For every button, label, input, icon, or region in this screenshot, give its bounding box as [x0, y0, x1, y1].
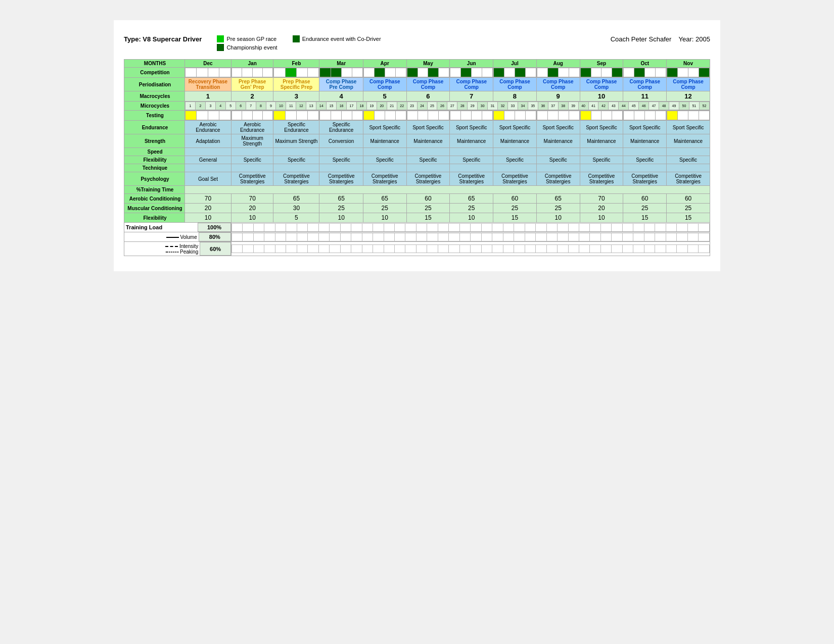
- load-cell-18: [427, 245, 438, 253]
- flex-jan: Specific: [231, 156, 273, 164]
- tech-aug: [536, 164, 580, 172]
- period-jul: Comp Phase Comp: [493, 78, 537, 91]
- load-cell-36: [622, 245, 633, 253]
- micro-cell-52: 52: [699, 102, 709, 110]
- micro-cell-20: 20: [377, 102, 387, 110]
- training-load-label-cell: Training Load 100%: [124, 223, 231, 232]
- flex-apr: Specific: [363, 156, 406, 164]
- speed-oct: [623, 148, 667, 156]
- test-nov: [667, 111, 710, 121]
- strength-oct: Maintenance: [623, 134, 667, 148]
- endurance-mar: Specific Endurance: [319, 121, 363, 134]
- endurance-oct: Sport Specific: [623, 121, 667, 134]
- micro-cell-13: 13: [306, 102, 316, 110]
- load-cell-10: [340, 233, 351, 241]
- load-cell-29: [546, 233, 557, 241]
- muscular-cond-label: Muscular Conditioning: [124, 204, 185, 213]
- flex-sep: Specific: [580, 156, 623, 164]
- load-cell-32: [579, 233, 589, 241]
- tech-jun: [450, 164, 493, 172]
- load-cell-1: [243, 223, 253, 231]
- flex-may: Specific: [406, 156, 450, 164]
- load-cell-37: [633, 223, 644, 231]
- muscular-aug: 25: [536, 204, 580, 213]
- load-cell-34: [600, 233, 611, 241]
- load-80-cells: [231, 232, 710, 242]
- tech-nov: [667, 164, 710, 172]
- load-cell-17: [416, 233, 427, 241]
- load-cell-12: [362, 245, 373, 253]
- load-cell-27: [525, 245, 535, 253]
- month-mar: Mar: [319, 60, 363, 68]
- load-cell-9: [330, 245, 340, 253]
- load-cell-38: [644, 245, 655, 253]
- speed-nov: [667, 148, 710, 156]
- aerobic-dec: 70: [185, 194, 231, 204]
- load-cell-0: [231, 245, 242, 253]
- load-cell-30: [558, 245, 568, 253]
- load-cell-35: [612, 233, 622, 241]
- aerobic-may: 60: [406, 194, 450, 204]
- load-cell-5: [286, 245, 297, 253]
- load-cell-9: [330, 233, 340, 241]
- micro-cell-9: 9: [266, 102, 276, 110]
- comp-may: [406, 68, 450, 78]
- macro-5: 5: [363, 91, 406, 102]
- load-cell-27: [525, 233, 535, 241]
- pct-80-label: 80%: [199, 233, 230, 241]
- micro-cell-36: 36: [538, 102, 548, 110]
- muscular-mar: 25: [319, 204, 363, 213]
- micro-cell-6: 6: [236, 102, 246, 110]
- load-cell-21: [459, 223, 470, 231]
- technique-row: Technique: [124, 164, 710, 172]
- pct-100-label: 100%: [198, 223, 230, 232]
- load-cell-33: [590, 223, 600, 231]
- load-cell-3: [264, 245, 275, 253]
- comp-sep: [580, 68, 623, 78]
- speed-sep: [580, 148, 623, 156]
- tech-jan: [231, 164, 273, 172]
- type-label: Type: V8 Supercar Driver: [124, 35, 202, 43]
- training-load-main-label: Training Load: [124, 223, 198, 232]
- strength-row: Strength Adaptation Maximum Strength Max…: [124, 134, 710, 148]
- micro-cell-24: 24: [417, 102, 427, 110]
- comp-apr: [363, 68, 406, 78]
- micro-cell-37: 37: [548, 102, 558, 110]
- load-cell-40: [666, 233, 676, 241]
- micro-cell-8: 8: [256, 102, 266, 110]
- macro-9: 9: [536, 91, 580, 102]
- month-jun: Jun: [450, 60, 493, 68]
- micro-cell-12: 12: [296, 102, 306, 110]
- flexpct-jan: 10: [231, 213, 273, 223]
- load-cell-24: [492, 233, 503, 241]
- load-cell-0: [231, 223, 242, 231]
- load-cell-24: [492, 223, 503, 231]
- endurance-dec: Aerobic Endurance: [185, 121, 231, 134]
- psych-aug: Competitive Stratergies: [536, 172, 580, 186]
- pct-60-label: 60%: [200, 242, 231, 256]
- load-cell-29: [546, 245, 557, 253]
- load-cell-5: [286, 223, 297, 231]
- legend-section: Pre season GP race Championship event: [217, 35, 277, 51]
- flex-dec: General: [185, 156, 231, 164]
- strength-jan: Maximum Strength: [231, 134, 273, 148]
- micro-cell-26: 26: [437, 102, 447, 110]
- speed-row: Speed: [124, 148, 710, 156]
- strength-sep: Maintenance: [580, 134, 623, 148]
- peaking-label: Peaking: [180, 249, 198, 255]
- flexibility-pct-row: Flexibility 10 10 5 10 10 15 10 15 10 10…: [124, 213, 710, 223]
- flexpct-mar: 10: [319, 213, 363, 223]
- aerobic-jan: 70: [231, 194, 273, 204]
- load-60-cells: [231, 242, 710, 256]
- tech-oct: [623, 164, 667, 172]
- test-jun: [450, 111, 493, 121]
- macrocycles-label: Macrocycles: [124, 91, 185, 102]
- load-cell-32: [579, 245, 589, 253]
- month-may: May: [406, 60, 450, 68]
- strength-may: Maintenance: [406, 134, 450, 148]
- load-cell-8: [318, 245, 329, 253]
- micro-cell-45: 45: [629, 102, 639, 110]
- load-cell-8: [318, 233, 329, 241]
- test-feb: [273, 111, 319, 121]
- load-cell-36: [622, 223, 633, 231]
